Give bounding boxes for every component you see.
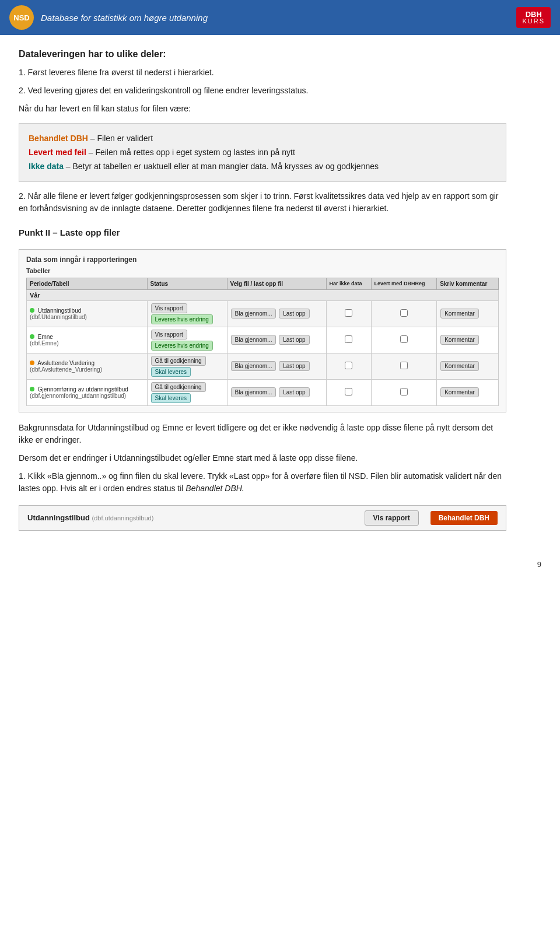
row3-checkbox2[interactable]: [371, 353, 437, 379]
bla-gjennom-btn-1[interactable]: Bla gjennom...: [231, 309, 276, 318]
row1-sublabel: (dbf.Utdanningstilbud): [30, 314, 87, 320]
col-header-periode: Periode/Tabell: [27, 278, 148, 289]
dersom-text: Dersom det er endringer i Utdanningstilb…: [19, 452, 506, 464]
last-opp-btn-1[interactable]: Last opp: [279, 309, 309, 318]
vis-rapport-bottom-btn[interactable]: Vis rapport: [365, 510, 419, 526]
row3-sublabel: (dbf.Avsluttende_Vurdering): [30, 366, 102, 373]
table-row: Emne (dbf.Emne) Vis rapport Leveres hvis…: [27, 327, 499, 353]
info-levert: Levert med feil – Feilen må rettes opp i…: [29, 146, 496, 160]
checkbox-har-data-1[interactable]: [345, 309, 352, 317]
vis-rapport-btn-2[interactable]: Vis rapport: [151, 330, 187, 340]
row2-name: Emne: [38, 334, 53, 340]
kommentar-btn-1[interactable]: Kommentar: [440, 309, 479, 318]
table-row: Gjennomføring av utdanningstilbud (dbf.g…: [27, 379, 499, 405]
bottom-label-cell: Utdanningstilbud (dbf.utdanningstilbud): [27, 513, 353, 522]
kommentar-btn-4[interactable]: Kommentar: [440, 387, 479, 397]
screenshot-box: Data som inngår i rapporteringen Tabelle…: [19, 249, 506, 412]
row1-checkbox1[interactable]: [326, 300, 371, 327]
checkbox-dbhreg-1[interactable]: [400, 309, 408, 317]
period-label: Vår: [27, 289, 499, 300]
dot-orange-icon: [30, 360, 34, 365]
checkbox-dbhreg-3[interactable]: [400, 362, 408, 369]
bla-gjennom-btn-3[interactable]: Bla gjennom...: [231, 361, 276, 371]
table-row: Avsluttende Vurdering (dbf.Avsluttende_V…: [27, 353, 499, 379]
row2-checkbox1[interactable]: [326, 327, 371, 353]
bottom-sublabel: (dbf.utdanningstilbud): [92, 514, 154, 522]
row3-upload: Bla gjennom... Last opp: [227, 353, 326, 379]
row4-upload: Bla gjennom... Last opp: [227, 379, 326, 405]
dot-green-icon-4: [30, 387, 34, 391]
bla-gjennom-btn-2[interactable]: Bla gjennom...: [231, 335, 276, 345]
row1-kommentar: Kommentar: [437, 300, 499, 327]
checkbox-har-data-4[interactable]: [345, 388, 352, 396]
step1-text: 1. Klikk «Bla gjennom..» og finn filen d…: [19, 470, 506, 495]
checkbox-dbhreg-4[interactable]: [400, 388, 408, 396]
col-header-velg: Velg fil / last opp fil: [227, 278, 326, 289]
header-left: NSD Database for statistikk om høgre utd…: [9, 5, 208, 30]
dbh-kurs-logo: DBH KURS: [516, 7, 551, 28]
row1-status: Vis rapport Leveres hvis endring: [147, 300, 227, 327]
screenshot-title: Data som inngår i rapporteringen: [26, 256, 499, 264]
nsd-logo: NSD: [9, 5, 34, 30]
header-title: Database for statistikk om høgre utdanni…: [41, 13, 208, 23]
page-header: NSD Database for statistikk om høgre utd…: [0, 0, 560, 35]
info-ikkedata: Ikke data – Betyr at tabellen er uaktuel…: [29, 160, 496, 174]
dot-green-icon-2: [30, 334, 34, 339]
row1-upload: Bla gjennom... Last opp: [227, 300, 326, 327]
point2-intro-text: 2. Ved levering gjøres det en validering…: [19, 85, 506, 97]
behandlet-desc: – Filen er validert: [90, 134, 153, 143]
status-intro: Når du har levert en fil kan status for …: [19, 103, 506, 115]
table-row: Utdanningstilbud (dbf.Utdanningstilbud) …: [27, 300, 499, 327]
row3-kommentar: Kommentar: [437, 353, 499, 379]
period-row: Vår: [27, 289, 499, 300]
info-behandlet: Behandlet DBH – Filen er validert: [29, 132, 496, 146]
last-opp-btn-3[interactable]: Last opp: [279, 361, 309, 371]
ga-til-btn-3[interactable]: Gå til godkjenning: [151, 356, 206, 366]
row4-checkbox1[interactable]: [326, 379, 371, 405]
last-opp-btn-4[interactable]: Last opp: [279, 387, 309, 397]
ga-til-btn-4[interactable]: Gå til godkjenning: [151, 382, 206, 392]
status-tag-2: Leveres hvis endring: [151, 341, 213, 351]
page-heading: Dataleveringen har to ulike deler:: [19, 49, 506, 60]
row2-sublabel: (dbf.Emne): [30, 340, 58, 346]
row1-checkbox2[interactable]: [371, 300, 437, 327]
kommentar-btn-3[interactable]: Kommentar: [440, 361, 479, 371]
row2-status: Vis rapport Leveres hvis endring: [147, 327, 227, 353]
dbh-logo-box: DBH KURS: [516, 7, 551, 28]
col-header-levert: Levert med DBHReg: [371, 278, 437, 289]
step1-italic: Behandlet DBH.: [186, 484, 244, 493]
vis-rapport-btn-1[interactable]: Vis rapport: [151, 303, 187, 313]
row2-upload: Bla gjennom... Last opp: [227, 327, 326, 353]
col-header-skriv: Skriv kommentar: [437, 278, 499, 289]
step1-text-main: 1. Klikk «Bla gjennom..» og finn filen d…: [19, 471, 502, 493]
checkbox-har-data-3[interactable]: [345, 362, 352, 369]
row1-label: Utdanningstilbud (dbf.Utdanningstilbud): [27, 300, 148, 327]
data-table: Periode/Tabell Status Velg fil / last op…: [26, 278, 499, 406]
kommentar-btn-2[interactable]: Kommentar: [440, 335, 479, 345]
row3-name: Avsluttende Vurdering: [37, 360, 94, 366]
bla-gjennom-btn-4[interactable]: Bla gjennom...: [231, 387, 276, 397]
levert-desc: – Feilen må rettes opp i eget system og …: [89, 148, 295, 157]
status-tag-3: Skal leveres: [151, 367, 191, 377]
bottom-sublabel-text: (dbf.utdanningstilbud): [92, 514, 154, 522]
row4-label: Gjennomføring av utdanningstilbud (dbf.g…: [27, 379, 148, 405]
checkbox-dbhreg-2[interactable]: [400, 335, 408, 343]
checkbox-har-data-2[interactable]: [345, 335, 352, 343]
info-box: Behandlet DBH – Filen er validert Levert…: [19, 123, 506, 182]
row1-name: Utdanningstilbud: [38, 307, 82, 314]
row4-status: Gå til godkjenning Skal leveres: [147, 379, 227, 405]
row4-sublabel: (dbf.gjennomforing_utdanningstilbud): [30, 393, 126, 399]
bottom-label: Utdanningstilbud: [27, 513, 90, 522]
row2-checkbox2[interactable]: [371, 327, 437, 353]
row4-checkbox2[interactable]: [371, 379, 437, 405]
row3-checkbox1[interactable]: [326, 353, 371, 379]
point2-godkjenning: 2. Når alle filene er levert følger godk…: [19, 190, 506, 215]
col-header-har: Har ikke data: [326, 278, 371, 289]
behandlet-label: Behandlet DBH: [29, 134, 88, 143]
main-content: Dataleveringen har to ulike deler: 1. Fø…: [0, 35, 525, 554]
last-opp-btn-2[interactable]: Last opp: [279, 335, 309, 345]
row2-label: Emne (dbf.Emne): [27, 327, 148, 353]
row3-label: Avsluttende Vurdering (dbf.Avsluttende_V…: [27, 353, 148, 379]
row3-status: Gå til godkjenning Skal leveres: [147, 353, 227, 379]
row2-kommentar: Kommentar: [437, 327, 499, 353]
